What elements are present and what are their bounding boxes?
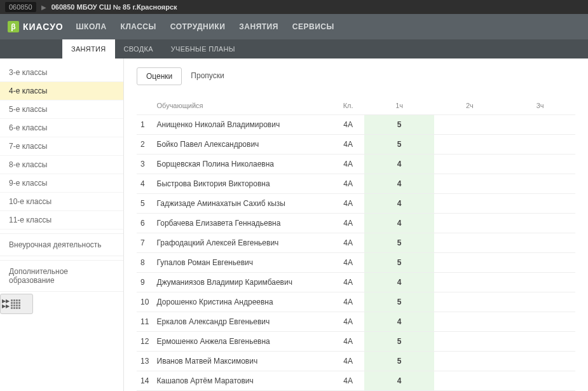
cell-grade-h1[interactable]: 5 <box>364 292 435 312</box>
cell-grade-h3[interactable] <box>505 214 575 233</box>
cell-num: 2 <box>137 135 153 154</box>
table-row[interactable]: 3Борщевская Полина Николаевна4А4 <box>137 154 575 174</box>
table-row[interactable]: 4Быстрова Виктория Викторовна4А4 <box>137 174 575 194</box>
cell-grade-h1[interactable]: 4 <box>364 371 435 391</box>
cell-grade-h3[interactable] <box>505 352 575 371</box>
main-nav: β КИАСУО ШКОЛА КЛАССЫ СОТРУДНИКИ ЗАНЯТИЯ… <box>0 14 588 39</box>
nav-lessons[interactable]: ЗАНЯТИЯ <box>239 22 278 31</box>
nav-classes[interactable]: КЛАССЫ <box>121 22 156 31</box>
sidebar-item-6[interactable]: 6-е классы <box>0 119 123 137</box>
cell-grade-h2[interactable] <box>434 233 505 253</box>
cell-grade-h3[interactable] <box>505 233 575 253</box>
cell-num: 7 <box>137 233 153 253</box>
cell-grade-h2[interactable] <box>434 253 505 273</box>
table-row[interactable]: 2Бойко Павел Александрович4А5 <box>137 135 575 154</box>
cell-class: 4А <box>332 174 364 194</box>
cell-num: 9 <box>137 273 153 292</box>
cell-grade-h1[interactable]: 5 <box>364 233 435 253</box>
sidebar-item-11[interactable]: 11-е классы <box>0 211 123 230</box>
tab-absences[interactable]: Пропуски <box>182 67 233 85</box>
nav-services[interactable]: СЕРВИСЫ <box>292 22 334 31</box>
cell-grade-h3[interactable] <box>505 371 575 391</box>
table-row[interactable]: 10Дорошенко Кристина Андреевна4А5 <box>137 292 575 312</box>
table-row[interactable]: 11Еркалов Александр Евгеньевич4А4 <box>137 312 575 332</box>
cell-grade-h2[interactable] <box>434 371 505 391</box>
nav-staff[interactable]: СОТРУДНИКИ <box>170 22 226 31</box>
sidebar-item-3[interactable]: 3-е классы <box>0 64 123 82</box>
sidebar-item-10[interactable]: 10-е классы <box>0 193 123 211</box>
grade-table: Обучающийся Кл. 1ч 2ч 3ч 1Анищенко Никол… <box>137 97 575 391</box>
cell-grade-h3[interactable] <box>505 194 575 214</box>
content: 3-е классы 4-е классы 5-е классы 6-е кла… <box>0 58 588 391</box>
cell-grade-h1[interactable]: 5 <box>364 253 435 273</box>
nav-school[interactable]: ШКОЛА <box>76 22 107 31</box>
cell-class: 4А <box>332 233 364 253</box>
cell-grade-h2[interactable] <box>434 154 505 174</box>
cell-grade-h3[interactable] <box>505 174 575 194</box>
cell-grade-h2[interactable] <box>434 312 505 332</box>
cell-grade-h3[interactable] <box>505 273 575 292</box>
cell-name: Бойко Павел Александрович <box>153 135 332 154</box>
cell-grade-h3[interactable] <box>505 332 575 352</box>
cell-grade-h2[interactable] <box>434 194 505 214</box>
cell-grade-h2[interactable] <box>434 332 505 352</box>
cell-grade-h2[interactable] <box>434 174 505 194</box>
table-row[interactable]: 5Гаджизаде Аминахатын Сахиб кызы4А4 <box>137 194 575 214</box>
cell-grade-h3[interactable] <box>505 312 575 332</box>
cell-grade-h2[interactable] <box>434 292 505 312</box>
cell-grade-h2[interactable] <box>434 135 505 154</box>
cell-grade-h1[interactable]: 4 <box>364 194 435 214</box>
subnav-summary[interactable]: СВОДКА <box>115 39 162 58</box>
th-student: Обучающийся <box>153 97 332 115</box>
cell-grade-h3[interactable] <box>505 135 575 154</box>
cell-num: 4 <box>137 174 153 194</box>
table-row[interactable]: 9Джуманиязов Владимир Каримбаевич4А4 <box>137 273 575 292</box>
cell-num: 13 <box>137 352 153 371</box>
cell-grade-h1[interactable]: 4 <box>364 174 435 194</box>
cell-grade-h2[interactable] <box>434 352 505 371</box>
cell-grade-h3[interactable] <box>505 154 575 174</box>
cell-class: 4А <box>332 292 364 312</box>
cell-grade-h1[interactable]: 5 <box>364 135 435 154</box>
table-row[interactable]: 13Иванов Матвей Максимович4А5 <box>137 352 575 371</box>
table-row[interactable]: 1Анищенко Николай Владимирович4А5 <box>137 115 575 135</box>
table-row[interactable]: 12Ермошенко Анжела Евгеньевна4А5 <box>137 332 575 352</box>
chevron-right-icon: ▶ <box>41 4 46 11</box>
sidebar-item-5[interactable]: 5-е классы <box>0 100 123 119</box>
cell-grade-h1[interactable]: 4 <box>364 273 435 292</box>
cell-grade-h3[interactable] <box>505 115 575 135</box>
table-header-row: Обучающийся Кл. 1ч 2ч 3ч <box>137 97 575 115</box>
cell-class: 4А <box>332 253 364 273</box>
sidebar-class-list: 3-е классы 4-е классы 5-е классы 6-е кла… <box>0 64 123 230</box>
subnav-curriculum[interactable]: УЧЕБНЫЕ ПЛАНЫ <box>162 39 244 58</box>
sidebar-additional-education[interactable]: Дополнительное образование <box>0 260 123 292</box>
keypad-widget[interactable]: ▶▶▶▶ <box>0 294 33 314</box>
cell-grade-h3[interactable] <box>505 292 575 312</box>
table-row[interactable]: 8Гупалов Роман Евгеньевич4А5 <box>137 253 575 273</box>
cell-class: 4А <box>332 332 364 352</box>
tab-grades[interactable]: Оценки <box>137 67 182 85</box>
cell-grade-h1[interactable]: 5 <box>364 332 435 352</box>
breadcrumb-code: 060850 <box>5 2 36 12</box>
cell-grade-h2[interactable] <box>434 214 505 233</box>
table-row[interactable]: 7Графодацкий Алексей Евгеньевич4А5 <box>137 233 575 253</box>
sidebar-extracurricular[interactable]: Внеурочная деятельность <box>0 233 123 256</box>
logo[interactable]: β КИАСУО <box>8 21 64 32</box>
cell-grade-h1[interactable]: 4 <box>364 214 435 233</box>
subnav-lessons[interactable]: ЗАНЯТИЯ <box>62 39 115 58</box>
table-row[interactable]: 6Горбачева Елизавета Геннадьевна4А4 <box>137 214 575 233</box>
cell-grade-h1[interactable]: 4 <box>364 312 435 332</box>
sidebar-item-9[interactable]: 9-е классы <box>0 174 123 193</box>
cell-grade-h3[interactable] <box>505 253 575 273</box>
cell-class: 4А <box>332 214 364 233</box>
cell-grade-h2[interactable] <box>434 115 505 135</box>
cell-num: 14 <box>137 371 153 391</box>
sidebar-item-4[interactable]: 4-е классы <box>0 82 123 100</box>
sidebar-item-7[interactable]: 7-е классы <box>0 137 123 156</box>
cell-grade-h1[interactable]: 5 <box>364 352 435 371</box>
cell-grade-h1[interactable]: 5 <box>364 115 435 135</box>
sidebar-item-8[interactable]: 8-е классы <box>0 156 123 174</box>
cell-grade-h2[interactable] <box>434 273 505 292</box>
table-row[interactable]: 14Кашапов Артём Маратович4А4 <box>137 371 575 391</box>
cell-grade-h1[interactable]: 4 <box>364 154 435 174</box>
